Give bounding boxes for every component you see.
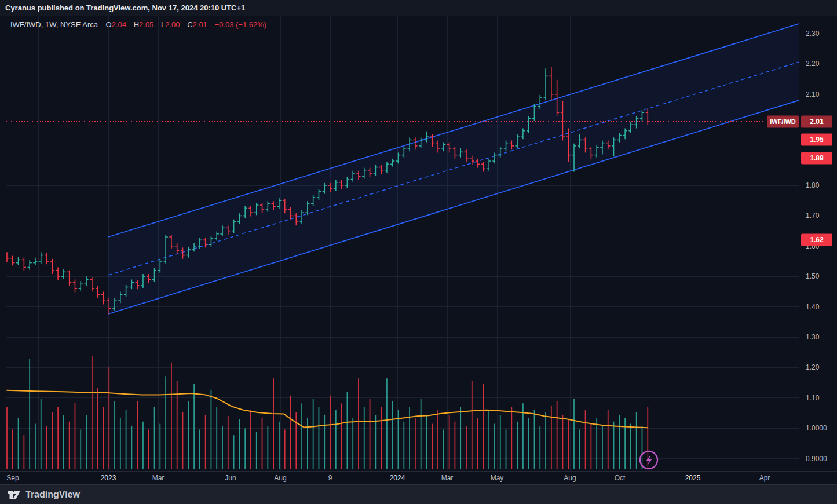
legend-high: H2.05 xyxy=(134,20,154,29)
time-month-label: 9 xyxy=(328,474,332,482)
time-year-label: 2025 xyxy=(685,474,701,482)
chart-plot[interactable] xyxy=(0,0,837,504)
level-price-label: 1.95 xyxy=(801,134,832,146)
price-tick-label: 1.20 xyxy=(806,363,819,371)
level-price-label: 1.62 xyxy=(801,234,832,246)
price-axis[interactable]: 2.302.202.101.901.801.701.601.501.401.30… xyxy=(799,16,837,484)
symbol-legend[interactable]: IWF/IWD, 1W, NYSE Arca O2.04 H2.05 L2.00… xyxy=(10,20,266,29)
legend-symbol: IWF/IWD, 1W, NYSE Arca xyxy=(10,20,98,29)
price-tick-label: 1.70 xyxy=(806,211,819,220)
current-price-label: 2.01 xyxy=(801,115,832,127)
time-month-label: Mar xyxy=(152,474,165,482)
level-price-label: 1.89 xyxy=(801,152,832,164)
legend-open: O2.04 xyxy=(106,20,126,29)
time-month-label: Apr xyxy=(759,474,770,482)
price-tick-label: 1.40 xyxy=(806,303,819,311)
time-year-label: 2024 xyxy=(390,474,405,482)
time-month-label: Mar xyxy=(441,474,454,482)
tradingview-logo-icon[interactable] xyxy=(7,489,21,500)
price-tick-label: 1.80 xyxy=(806,181,819,189)
legend-change: −0.03 (−1.62%) xyxy=(214,20,266,29)
symbol-price-flag: IWF/IWD xyxy=(767,115,799,127)
time-month-label: Jun xyxy=(225,474,236,482)
tradingview-brand-text[interactable]: TradingView xyxy=(25,490,80,500)
price-tick-label: 2.10 xyxy=(806,90,819,98)
time-month-label: Aug xyxy=(564,474,576,482)
legend-low: L2.00 xyxy=(161,20,180,29)
time-month-label: Sep xyxy=(6,474,19,482)
footer-bar: TradingView xyxy=(0,484,837,504)
time-month-label: May xyxy=(491,474,504,482)
time-month-label: Aug xyxy=(274,474,286,482)
price-tick-label: 1.30 xyxy=(806,333,819,341)
flash-icon[interactable] xyxy=(640,451,657,469)
price-tick-label: 1.0000 xyxy=(806,424,827,432)
price-tick-label: 1.10 xyxy=(806,394,819,402)
price-tick-label: 0.9000 xyxy=(806,455,827,463)
time-axis[interactable]: Sep2023MarJunAug92024MarMayAugOct2025Apr xyxy=(0,471,837,485)
price-tick-label: 2.20 xyxy=(806,60,819,68)
legend-close: C2.01 xyxy=(187,20,207,29)
price-tick-label: 1.50 xyxy=(806,272,819,280)
time-month-label: Oct xyxy=(615,474,626,482)
price-tick-label: 2.30 xyxy=(806,30,819,38)
time-year-label: 2023 xyxy=(101,474,116,482)
